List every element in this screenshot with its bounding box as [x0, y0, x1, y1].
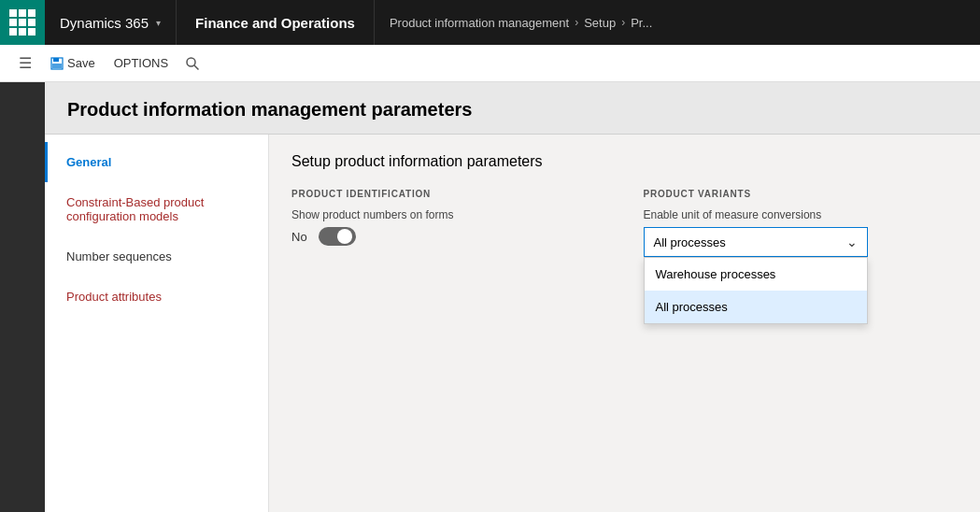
breadcrumb: Product information management › Setup ›…	[375, 16, 667, 30]
search-icon	[185, 56, 200, 71]
dropdown-chevron-icon: ⌄	[846, 235, 858, 249]
top-nav: Dynamics 365 ▾ Finance and Operations Pr…	[0, 0, 980, 45]
save-button[interactable]: Save	[43, 52, 103, 74]
unit-conversion-dropdown[interactable]: All processes ⌄	[644, 227, 868, 257]
breadcrumb-sep-1: ›	[575, 16, 578, 29]
main-layout: Product information management parameter…	[0, 82, 980, 512]
left-tabs: General Constraint-Based product configu…	[45, 135, 269, 512]
options-label: OPTIONS	[114, 56, 169, 70]
product-identification-label: PRODUCT IDENTIFICATION	[291, 189, 606, 199]
app-name-label: Finance and Operations	[177, 0, 375, 45]
options-button[interactable]: OPTIONS	[107, 52, 177, 74]
product-variants-label: PRODUCT VARIANTS	[644, 189, 959, 199]
dropdown-wrapper: All processes ⌄ Warehouse processes All …	[644, 227, 959, 257]
search-button[interactable]	[179, 50, 206, 77]
breadcrumb-sep-2: ›	[621, 16, 625, 29]
dropdown-option-all[interactable]: All processes	[645, 291, 867, 323]
app-launcher[interactable]	[0, 0, 45, 45]
dynamics365-nav[interactable]: Dynamics 365 ▾	[45, 0, 177, 45]
page-title-area: Product information management parameter…	[45, 82, 980, 135]
dropdown-menu: Warehouse processes All processes	[644, 257, 868, 324]
dropdown-selected-value: All processes	[654, 235, 726, 249]
toggle-row: No	[291, 227, 606, 246]
svg-line-4	[194, 65, 199, 70]
breadcrumb-item-1[interactable]: Product information management	[390, 16, 569, 30]
toggle-value-text: No	[291, 230, 307, 244]
tab-product-attributes[interactable]: Product attributes	[45, 277, 268, 317]
product-variants-section: PRODUCT VARIANTS Enable unit of measure …	[644, 189, 959, 257]
dynamics365-label: Dynamics 365	[60, 15, 149, 31]
page-title: Product information management parameter…	[67, 99, 958, 121]
toolbar: ☰ Save OPTIONS	[0, 45, 980, 82]
app-launcher-grid	[9, 9, 36, 36]
params-grid: PRODUCT IDENTIFICATION Show product numb…	[291, 189, 958, 257]
tab-constraint[interactable]: Constraint-Based product configuration m…	[45, 182, 268, 236]
product-identification-section: PRODUCT IDENTIFICATION Show product numb…	[291, 189, 606, 257]
tab-number-sequences[interactable]: Number sequences	[45, 236, 268, 277]
tab-general[interactable]: General	[45, 142, 268, 182]
right-panel: Setup product information parameters PRO…	[269, 135, 980, 512]
breadcrumb-item-2[interactable]: Setup	[584, 16, 616, 30]
dropdown-option-warehouse[interactable]: Warehouse processes	[645, 258, 867, 291]
enable-unit-label: Enable unit of measure conversions	[644, 208, 959, 221]
svg-point-3	[187, 58, 195, 66]
page-content: Product information management parameter…	[45, 82, 980, 512]
left-sidebar	[0, 82, 45, 512]
show-product-numbers-label: Show product numbers on forms	[291, 208, 606, 221]
breadcrumb-item-3[interactable]: Pr...	[631, 16, 652, 30]
save-icon	[50, 57, 64, 70]
svg-rect-2	[52, 64, 62, 68]
svg-rect-1	[53, 58, 59, 62]
dynamics365-chevron: ▾	[156, 18, 161, 28]
menu-icon[interactable]: ☰	[11, 50, 39, 76]
product-numbers-toggle[interactable]	[319, 227, 356, 246]
content-body: General Constraint-Based product configu…	[45, 135, 980, 512]
save-label: Save	[67, 56, 95, 70]
section-title: Setup product information parameters	[291, 153, 958, 170]
